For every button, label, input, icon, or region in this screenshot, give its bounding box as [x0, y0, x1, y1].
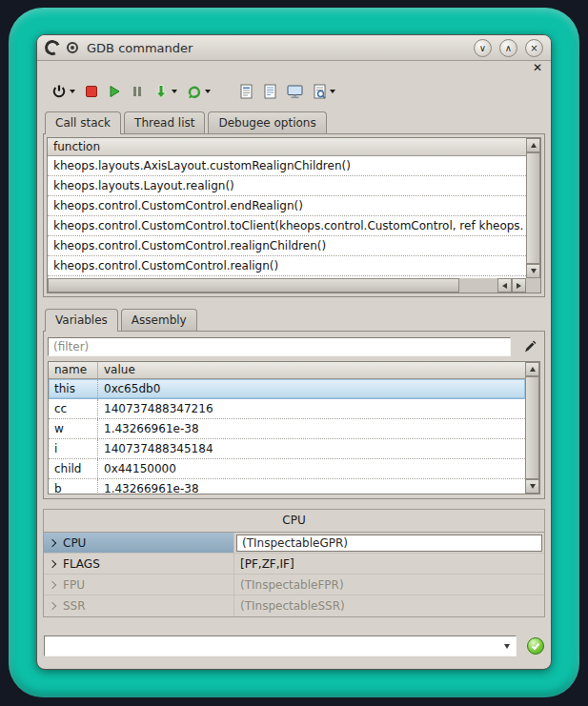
- register-group-value: [PF,ZF,IF]: [240, 557, 294, 571]
- horizontal-scrollbar[interactable]: [48, 278, 526, 292]
- stop-button[interactable]: [82, 80, 101, 103]
- cpu-row-value[interactable]: (TInspectableFPR): [234, 575, 544, 595]
- expand-icon[interactable]: [49, 602, 56, 610]
- step-into-button[interactable]: [151, 80, 180, 103]
- stack-frame-row[interactable]: kheops.control.CustomControl.toClient(kh…: [48, 216, 526, 236]
- continue-button[interactable]: [105, 80, 124, 103]
- stack-doc-button[interactable]: [236, 80, 256, 103]
- chevron-down-icon[interactable]: [330, 90, 335, 93]
- command-input[interactable]: [45, 636, 498, 656]
- scroll-up-button[interactable]: [526, 138, 540, 152]
- filter-options-button[interactable]: [519, 337, 540, 356]
- stack-frame-row[interactable]: kheops.control.CustomControl.endRealign(…: [48, 196, 526, 216]
- stack-frame-row[interactable]: kheops.layouts.AxisLayout.customRealignC…: [48, 156, 526, 176]
- cpu-row-value[interactable]: [PF,ZF,IF]: [234, 554, 544, 574]
- cpu-row-name[interactable]: FLAGS: [44, 554, 234, 574]
- stack-frame-row[interactable]: kheops.layouts.Layout.realign(): [48, 176, 526, 196]
- variable-row[interactable]: child 0x44150000: [49, 459, 525, 479]
- value-editor[interactable]: (TInspectableGPR): [236, 535, 542, 552]
- chevron-down-icon[interactable]: [172, 90, 177, 93]
- tab-variables[interactable]: Variables: [45, 309, 118, 332]
- scroll-right-button[interactable]: [512, 278, 526, 292]
- chevron-down-icon[interactable]: [70, 90, 75, 93]
- combobox-dropdown-button[interactable]: [498, 636, 516, 656]
- column-header-value[interactable]: value: [98, 362, 525, 378]
- send-command-button[interactable]: [527, 637, 544, 655]
- variable-name: b: [49, 479, 98, 494]
- call-stack-panel: function kheops.layouts.AxisLayout.custo…: [43, 133, 545, 297]
- watch-doc-icon: [313, 84, 327, 99]
- pause-button[interactable]: [128, 80, 147, 103]
- filter-row: [48, 337, 540, 356]
- tab-call-stack[interactable]: Call stack: [45, 111, 121, 134]
- step-over-button[interactable]: [184, 80, 213, 103]
- expand-icon[interactable]: [49, 580, 56, 588]
- cpu-row-value[interactable]: (TInspectableSSR): [234, 595, 544, 616]
- chevron-down-icon[interactable]: [205, 90, 211, 93]
- tab-thread-list[interactable]: Thread list: [124, 111, 205, 133]
- filter-input[interactable]: [48, 337, 511, 356]
- variable-row[interactable]: i 140737488345184: [49, 439, 525, 459]
- power-button[interactable]: [49, 80, 78, 103]
- variables-table: name value this 0xc65db0 cc 140737488347…: [48, 361, 540, 494]
- tab-assembly[interactable]: Assembly: [121, 309, 197, 331]
- variables-header: name value: [49, 362, 525, 379]
- variable-value: 0x44150000: [98, 459, 525, 478]
- cpu-row[interactable]: CPU (TInspectableGPR): [44, 533, 544, 554]
- scroll-up-button[interactable]: [525, 362, 539, 376]
- scrollbar-thumb[interactable]: [48, 278, 459, 292]
- variable-value: 0xc65db0: [98, 379, 525, 398]
- scroll-down-button[interactable]: [525, 479, 539, 494]
- scrollbar-thumb[interactable]: [526, 152, 540, 264]
- cpu-row-value[interactable]: (TInspectableGPR): [234, 533, 544, 553]
- maximize-button[interactable]: ∧: [499, 39, 517, 57]
- window-menu-icon[interactable]: [67, 42, 78, 53]
- expand-icon[interactable]: [49, 559, 56, 567]
- stack-frame-row[interactable]: kheops.control.CustomControl.realign(): [48, 256, 526, 276]
- variable-row[interactable]: b 1.43266961e-38: [49, 479, 525, 494]
- cpu-row[interactable]: FLAGS [PF,ZF,IF]: [44, 554, 544, 575]
- cpu-grid: CPU (TInspectableGPR) FLAGS [PF,ZF,IF]: [44, 532, 544, 616]
- dock-close-button[interactable]: ✕: [533, 62, 542, 74]
- variable-row[interactable]: cc 140737488347216: [49, 399, 525, 419]
- tab-debugee-options[interactable]: Debugee options: [208, 111, 326, 133]
- cpu-row-name[interactable]: CPU: [44, 533, 234, 553]
- watch-button[interactable]: [310, 80, 338, 103]
- column-header-function[interactable]: function: [48, 138, 526, 156]
- close-button[interactable]: ×: [525, 39, 543, 57]
- scroll-down-button[interactable]: [526, 264, 540, 278]
- cpu-row-name[interactable]: SSR: [44, 595, 234, 616]
- shade-button[interactable]: ∨: [474, 39, 492, 57]
- command-combobox[interactable]: [44, 635, 517, 656]
- stack-frame-row[interactable]: kheops.control.CustomControl.realignChil…: [48, 236, 526, 256]
- chevron-down-icon: [504, 644, 510, 649]
- scroll-left-button[interactable]: [497, 278, 512, 292]
- cpu-row[interactable]: SSR (TInspectableSSR): [44, 595, 544, 616]
- cpu-inspector: CPU CPU (TInspectableGPR) FLAGS [PF,ZF,I…: [43, 509, 545, 617]
- register-group-label: FPU: [63, 578, 85, 592]
- arrow-down-icon: [531, 269, 537, 273]
- pen-icon: [523, 340, 537, 353]
- scrollbar-thumb[interactable]: [525, 376, 539, 479]
- titlebar[interactable]: GDB commander ∨ ∧ ×: [37, 35, 551, 61]
- command-bar: [44, 635, 544, 656]
- expand-icon[interactable]: [49, 538, 56, 546]
- cpu-row[interactable]: FPU (TInspectableFPR): [44, 575, 544, 595]
- cpu-row-name[interactable]: FPU: [44, 575, 234, 595]
- step-into-icon: [153, 84, 169, 99]
- arrow-right-icon: [517, 283, 521, 289]
- variable-row[interactable]: this 0xc65db0: [49, 379, 525, 399]
- variable-name: cc: [49, 399, 98, 418]
- scrollbar-trough[interactable]: [459, 278, 497, 292]
- variable-row[interactable]: w 1.43266961e-38: [49, 419, 525, 439]
- vertical-scrollbar[interactable]: [525, 362, 539, 494]
- memory-button[interactable]: [284, 80, 306, 103]
- debug-toolbar: [37, 76, 551, 107]
- variables-panel: name value this 0xc65db0 cc 140737488347…: [43, 331, 545, 499]
- column-header-name[interactable]: name: [49, 362, 98, 378]
- list-doc-button[interactable]: [260, 80, 280, 103]
- variables-body: name value this 0xc65db0 cc 140737488347…: [49, 362, 525, 494]
- call-stack-body: function kheops.layouts.AxisLayout.custo…: [48, 138, 526, 278]
- dock-header: ✕: [37, 61, 551, 76]
- vertical-scrollbar[interactable]: [526, 138, 540, 278]
